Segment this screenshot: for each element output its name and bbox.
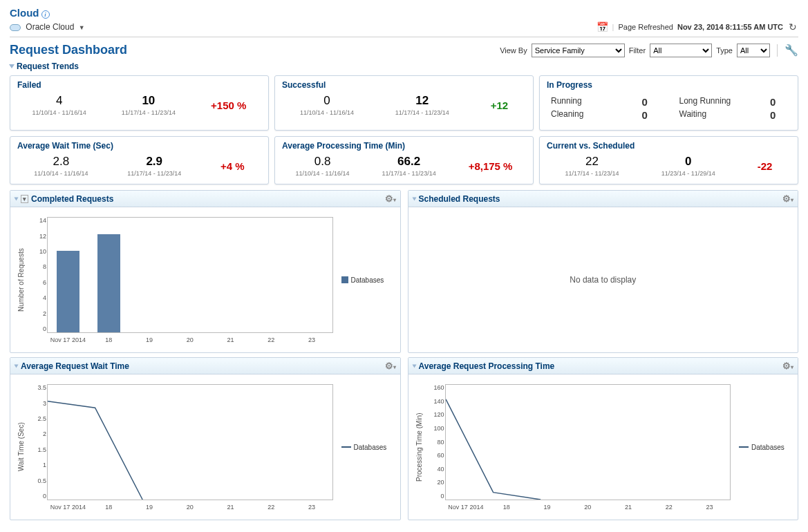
card-title: Current vs. Scheduled [547, 141, 791, 151]
section-title: Request Trends [17, 61, 79, 71]
long-running-value: 0 [770, 96, 787, 108]
prev-range: 11/10/14 - 11/16/14 [32, 109, 86, 116]
panel-title: Completed Requests [31, 194, 113, 204]
panel-completed-requests: ▾Completed Requests⚙▾ Number of Requests… [10, 190, 401, 353]
line-chart: 3.532.521.510.50 Nov 17 2014181920212223 [47, 384, 333, 500]
curr-range: 11/23/14 - 11/29/14 [661, 170, 715, 177]
card-title: Average Wait Time (Sec) [17, 141, 261, 151]
card-title: In Progress [547, 80, 791, 90]
long-running-label: Long Running [679, 96, 731, 108]
running-value: 0 [642, 96, 659, 108]
y-axis-label: Processing Time (Min) [414, 380, 424, 514]
filter-select[interactable]: All [650, 44, 712, 57]
card-current-vs-scheduled: Current vs. Scheduled 2211/17/14 - 11/23… [539, 136, 798, 184]
curr-range: 11/17/14 - 11/23/14 [382, 170, 436, 177]
refresh-label: Page Refreshed [618, 23, 673, 31]
delta: +150 % [211, 99, 246, 111]
chevron-down-icon: ▼ [79, 24, 85, 31]
card-failed: Failed 411/10/14 - 11/16/14 1011/17/14 -… [10, 75, 269, 131]
curr-range: 11/17/14 - 11/23/14 [122, 109, 176, 116]
chevron-down-icon[interactable]: ▾ [393, 364, 396, 370]
curr-value: 12 [395, 94, 449, 108]
panel-scheduled-requests: Scheduled Requests⚙▾ No data to display [408, 190, 799, 353]
panel-title: Scheduled Requests [419, 194, 500, 204]
dropdown-icon[interactable]: ▾ [21, 195, 28, 203]
panel-avg-wait-time: Average Request Wait Time⚙▾ Wait Time (S… [10, 357, 401, 520]
legend-line [739, 446, 749, 448]
legend-label: Databases [354, 444, 387, 451]
y-axis-label: Wait Time (Sec) [16, 380, 26, 514]
info-icon[interactable]: i [41, 10, 50, 19]
card-title: Failed [17, 80, 261, 90]
prev-value: 22 [565, 155, 619, 169]
collapse-icon[interactable] [15, 197, 19, 200]
refresh-icon[interactable]: ↻ [787, 21, 798, 32]
collapse-icon[interactable] [15, 364, 19, 368]
breadcrumb[interactable]: Oracle Cloud ▼ [10, 22, 85, 32]
prev-range: 11/10/14 - 11/16/14 [296, 170, 350, 177]
chevron-down-icon[interactable]: ▾ [393, 197, 396, 203]
cloud-icon [10, 24, 21, 31]
page-title: Cloud [10, 7, 39, 19]
type-label: Type [716, 46, 733, 55]
card-avg-proc: Average Processing Time (Min) 0.811/10/1… [274, 136, 534, 184]
prev-value: 2.8 [34, 155, 88, 169]
prev-value: 0.8 [296, 155, 350, 169]
waiting-value: 0 [770, 109, 787, 121]
waiting-label: Waiting [679, 109, 707, 121]
type-select[interactable]: All [737, 44, 770, 57]
legend-label: Databases [751, 444, 784, 451]
chevron-down-icon[interactable]: ▾ [791, 364, 793, 370]
delta: +8,175 % [469, 160, 513, 172]
prev-range: 11/10/14 - 11/16/14 [34, 170, 88, 177]
curr-range: 11/17/14 - 11/23/14 [127, 170, 181, 177]
legend-line [341, 446, 351, 448]
collapse-icon[interactable] [9, 64, 15, 68]
legend-swatch [341, 276, 348, 283]
curr-value: 0 [661, 155, 715, 169]
card-title: Successful [282, 80, 526, 90]
card-in-progress: In Progress Running0 Cleaning0 Long Runn… [539, 75, 798, 131]
collapse-icon[interactable] [412, 364, 416, 368]
panel-title: Average Request Wait Time [21, 361, 129, 371]
prev-range: 11/10/14 - 11/16/14 [300, 109, 354, 116]
curr-value: 2.9 [127, 155, 181, 169]
breadcrumb-label: Oracle Cloud [26, 22, 74, 32]
dashboard-title: Request Dashboard [10, 43, 127, 57]
card-title: Average Processing Time (Min) [282, 141, 526, 151]
prev-range: 11/17/14 - 11/23/14 [565, 170, 619, 177]
collapse-icon[interactable] [412, 197, 416, 200]
cleaning-value: 0 [642, 109, 659, 121]
legend-label: Databases [351, 276, 384, 284]
settings-icon[interactable]: 🔧 [784, 44, 798, 57]
curr-range: 11/17/14 - 11/23/14 [395, 109, 449, 116]
card-successful: Successful 011/10/14 - 11/16/14 1211/17/… [274, 75, 534, 131]
panel-avg-proc-time: Average Request Processing Time⚙▾ Proces… [408, 357, 799, 520]
cleaning-label: Cleaning [551, 109, 583, 121]
view-by-label: View By [500, 46, 527, 55]
refresh-time: Nov 23, 2014 8:11:55 AM UTC [677, 23, 783, 31]
empty-message: No data to display [570, 275, 636, 285]
chevron-down-icon[interactable]: ▾ [791, 197, 793, 203]
bar-chart: 14121086420 Nov 17 2014181920212223 [47, 217, 333, 333]
curr-value: 66.2 [382, 155, 436, 169]
y-axis-label: Number of Requests [16, 213, 26, 347]
delta: +4 % [220, 160, 245, 172]
running-label: Running [551, 96, 582, 108]
panel-title: Average Request Processing Time [419, 361, 555, 371]
prev-value: 4 [32, 94, 86, 108]
filter-label: Filter [629, 46, 646, 55]
line-chart: 160140120100806040200 Nov 17 20141819202… [445, 384, 731, 500]
view-by-select[interactable]: Service Family [532, 44, 625, 57]
prev-value: 0 [300, 94, 354, 108]
card-avg-wait: Average Wait Time (Sec) 2.811/10/14 - 11… [10, 136, 269, 184]
delta: -22 [758, 160, 773, 172]
curr-value: 10 [122, 94, 176, 108]
calendar-icon[interactable]: 📅 [597, 21, 608, 32]
delta: +12 [491, 99, 508, 111]
